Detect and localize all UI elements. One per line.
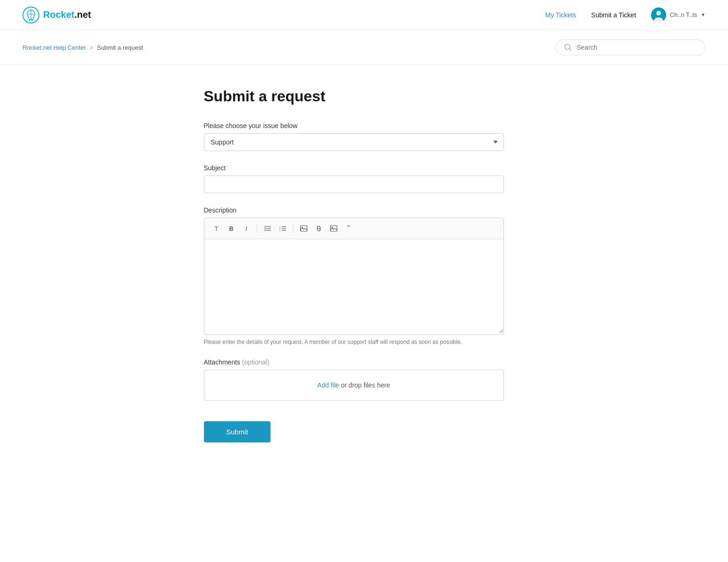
toolbar-text-btn[interactable]: T [210, 222, 223, 235]
description-textarea[interactable] [204, 239, 503, 333]
nav: My Tickets Submit a Ticket Ch..n T..ts ▼ [545, 8, 705, 23]
subject-input[interactable] [204, 175, 504, 193]
subject-group: Subject [204, 164, 525, 193]
image-icon [300, 225, 308, 232]
description-editor: T B I [204, 218, 504, 335]
drop-label: or drop files here [341, 381, 390, 389]
submit-button[interactable]: Submit [204, 421, 271, 442]
main-content: Submit a request Please choose your issu… [181, 65, 547, 465]
description-label: Description [204, 206, 525, 214]
issue-select[interactable]: Support [204, 133, 504, 151]
svg-line-20 [318, 228, 319, 229]
svg-point-6 [264, 226, 265, 227]
inline-image-icon [330, 225, 338, 232]
toolbar-image-btn[interactable] [297, 222, 310, 235]
toolbar-ol-btn[interactable]: 1. 2. 3. [276, 222, 289, 235]
toolbar-quote-btn[interactable]: " [342, 222, 355, 235]
toolbar-bold-btn[interactable]: B [225, 222, 238, 235]
description-hint: Please enter the details of your request… [204, 339, 504, 345]
description-group: Description T B I [204, 206, 525, 345]
attachments-label: Attachments (optional) [204, 358, 525, 366]
breadcrumb-area: Rocket.net Help Center > Submit a reques… [0, 30, 728, 65]
svg-point-8 [264, 230, 265, 231]
breadcrumb-current: Submit a request [97, 44, 143, 51]
svg-rect-21 [330, 226, 337, 231]
nav-my-tickets[interactable]: My Tickets [545, 11, 576, 19]
toolbar-italic-btn[interactable]: I [240, 222, 253, 235]
chevron-down-icon: ▼ [701, 12, 705, 17]
toolbar-link-btn[interactable] [312, 222, 325, 235]
user-menu[interactable]: Ch..n T..ts ▼ [651, 8, 705, 23]
search-input[interactable] [577, 44, 697, 51]
attachments-group: Attachments (optional) Add file or drop … [204, 358, 525, 401]
svg-point-2 [656, 11, 661, 15]
svg-text:3.: 3. [279, 229, 281, 232]
toolbar-separator-2 [293, 224, 293, 233]
breadcrumb-separator: > [90, 44, 93, 51]
header: Rocket.net My Tickets Submit a Ticket Ch… [0, 0, 728, 30]
add-file-link[interactable]: Add file [317, 381, 339, 389]
ordered-list-icon: 1. 2. 3. [279, 226, 286, 231]
attachments-optional: (optional) [242, 358, 269, 366]
svg-rect-18 [300, 226, 307, 231]
logo[interactable]: Rocket.net [23, 7, 91, 23]
user-avatar-icon [651, 8, 666, 23]
svg-point-7 [264, 228, 265, 229]
user-name: Ch..n T..ts [670, 11, 697, 18]
issue-label: Please choose your issue below [204, 122, 525, 129]
link-icon [315, 225, 323, 232]
issue-group: Please choose your issue below Support [204, 122, 525, 151]
breadcrumb: Rocket.net Help Center > Submit a reques… [23, 44, 143, 51]
toolbar-inline-image-btn[interactable] [327, 222, 340, 235]
subject-label: Subject [204, 164, 525, 172]
logo-text: Rocket.net [43, 9, 91, 20]
breadcrumb-home[interactable]: Rocket.net Help Center [23, 44, 86, 51]
toolbar-ul-btn[interactable] [261, 222, 274, 235]
submit-request-form: Please choose your issue below Support S… [204, 122, 525, 442]
attachments-dropzone[interactable]: Add file or drop files here [204, 370, 504, 401]
page-title: Submit a request [204, 88, 525, 105]
svg-line-5 [570, 49, 571, 51]
toolbar-separator-1 [257, 224, 257, 233]
logo-icon [23, 7, 39, 23]
unordered-list-icon [264, 226, 271, 231]
search-box [555, 39, 705, 55]
search-icon [564, 44, 572, 51]
user-avatar [651, 8, 666, 23]
nav-submit-ticket[interactable]: Submit a Ticket [591, 11, 636, 19]
editor-toolbar: T B I [204, 218, 503, 239]
